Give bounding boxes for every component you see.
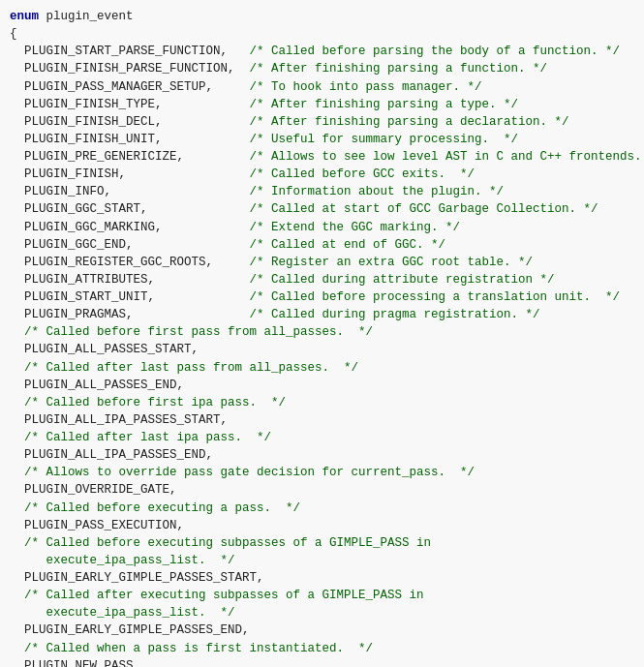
code-line: PLUGIN_GGC_START, /* Called at start of … bbox=[10, 200, 634, 218]
code-line: PLUGIN_ALL_PASSES_END, bbox=[10, 377, 634, 394]
code-line: /* Called when a pass is first instantia… bbox=[10, 640, 634, 657]
code-line: PLUGIN_OVERRIDE_GATE, bbox=[10, 481, 634, 499]
code-line: PLUGIN_FINISH_DECL, /* After finishing p… bbox=[10, 113, 634, 131]
code-line: PLUGIN_PRAGMAS, /* Called during pragma … bbox=[10, 306, 634, 323]
code-line: execute_ipa_pass_list. */ bbox=[10, 604, 634, 622]
code-line: /* Called after last pass from all_passe… bbox=[10, 359, 634, 377]
code-line: PLUGIN_PASS_EXECUTION, bbox=[10, 517, 634, 534]
code-line: /* Called before first ipa pass. */ bbox=[10, 394, 634, 411]
code-line: PLUGIN_NEW_PASS, bbox=[10, 657, 634, 667]
code-line: execute_ipa_pass_list. */ bbox=[10, 552, 634, 569]
code-line: PLUGIN_ALL_IPA_PASSES_END, bbox=[10, 446, 634, 464]
code-line: /* Called before executing subpasses of … bbox=[10, 534, 634, 552]
code-line: PLUGIN_ALL_PASSES_START, bbox=[10, 341, 634, 358]
code-line: PLUGIN_FINISH_PARSE_FUNCTION, /* After f… bbox=[10, 60, 634, 77]
code-line: PLUGIN_INFO, /* Information about the pl… bbox=[10, 183, 634, 200]
code-line: PLUGIN_ALL_IPA_PASSES_START, bbox=[10, 411, 634, 429]
code-line: PLUGIN_REGISTER_GGC_ROOTS, /* Register a… bbox=[10, 254, 634, 271]
code-line: PLUGIN_PRE_GENERICIZE, /* Allows to see … bbox=[10, 148, 634, 166]
code-line: PLUGIN_ATTRIBUTES, /* Called during attr… bbox=[10, 271, 634, 288]
code-container: enum plugin_event{ PLUGIN_START_PARSE_FU… bbox=[0, 0, 644, 667]
code-line: /* Called before first pass from all_pas… bbox=[10, 323, 634, 341]
code-line: { bbox=[10, 25, 634, 43]
code-line: PLUGIN_FINISH, /* Called before GCC exit… bbox=[10, 166, 634, 183]
code-line: PLUGIN_FINISH_TYPE, /* After finishing p… bbox=[10, 96, 634, 113]
code-line: /* Called after last ipa pass. */ bbox=[10, 429, 634, 446]
code-line: /* Called before executing a pass. */ bbox=[10, 500, 634, 517]
code-line: PLUGIN_GGC_MARKING, /* Extend the GGC ma… bbox=[10, 219, 634, 236]
code-line: PLUGIN_START_UNIT, /* Called before proc… bbox=[10, 288, 634, 306]
code-line: /* Allows to override pass gate decision… bbox=[10, 464, 634, 481]
code-line: enum plugin_event bbox=[10, 8, 634, 25]
code-line: PLUGIN_EARLY_GIMPLE_PASSES_START, bbox=[10, 569, 634, 587]
code-line: PLUGIN_START_PARSE_FUNCTION, /* Called b… bbox=[10, 43, 634, 60]
code-line: PLUGIN_EARLY_GIMPLE_PASSES_END, bbox=[10, 622, 634, 639]
code-line: PLUGIN_PASS_MANAGER_SETUP, /* To hook in… bbox=[10, 78, 634, 96]
code-line: /* Called after executing subpasses of a… bbox=[10, 587, 634, 604]
code-line: PLUGIN_FINISH_UNIT, /* Useful for summar… bbox=[10, 131, 634, 148]
code-block: enum plugin_event{ PLUGIN_START_PARSE_FU… bbox=[10, 8, 634, 667]
code-line: PLUGIN_GGC_END, /* Called at end of GGC.… bbox=[10, 236, 634, 254]
